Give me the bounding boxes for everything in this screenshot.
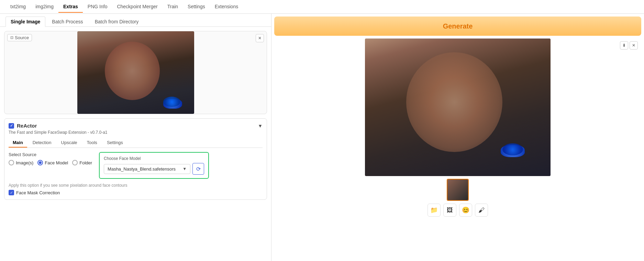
result-area: ⬇ ✕ 📁 🖼 😊 bbox=[271, 39, 644, 261]
reactor-enable-checkbox[interactable] bbox=[9, 123, 14, 129]
thumbnail-image bbox=[447, 180, 468, 200]
inner-tab-settings[interactable]: Settings bbox=[103, 138, 127, 148]
face-mask-hint: Apply this option if you see some pixela… bbox=[9, 183, 263, 188]
nav-settings[interactable]: Settings bbox=[183, 1, 210, 13]
reactor-collapse-chevron[interactable]: ▼ bbox=[258, 123, 263, 129]
image-upload-area[interactable]: ⊡ Source ✕ bbox=[4, 31, 267, 114]
close-result-button[interactable]: ✕ bbox=[630, 41, 638, 50]
save-image-button[interactable]: 🖼 bbox=[443, 204, 456, 217]
brush-tool-icon: 🖌 bbox=[478, 207, 485, 214]
face-model-box: Choose Face Model Masha_Nastya_Blend.saf… bbox=[99, 152, 209, 179]
face-model-select-row: Masha_Nastya_Blend.safetensors ▼ ⟳ bbox=[104, 163, 204, 175]
close-source-image-button[interactable]: ✕ bbox=[256, 34, 264, 42]
reactor-section: ReActor ▼ The Fast and Simple FaceSwap E… bbox=[4, 118, 267, 200]
tab-single-image[interactable]: Single Image bbox=[5, 17, 45, 27]
face-model-label: Choose Face Model bbox=[104, 156, 204, 161]
nav-train[interactable]: Train bbox=[163, 1, 183, 13]
source-image bbox=[77, 31, 194, 114]
result-actions: ⬇ ✕ bbox=[620, 41, 638, 50]
reactor-header: ReActor ▼ bbox=[9, 123, 263, 129]
radio-images[interactable]: Image(s) bbox=[9, 160, 33, 165]
radio-folder[interactable]: Folder bbox=[72, 160, 92, 165]
radio-circle-face-model bbox=[37, 160, 43, 165]
inner-tab-detection[interactable]: Detection bbox=[29, 138, 56, 148]
brush-tool-button[interactable]: 🖌 bbox=[475, 204, 488, 217]
bottom-toolbar: 📁 🖼 😊 🖌 bbox=[428, 204, 488, 219]
tab-batch-from-directory[interactable]: Batch from Directory bbox=[90, 17, 144, 26]
generate-button[interactable]: Generate bbox=[274, 17, 641, 36]
face-mask-checkbox[interactable] bbox=[9, 190, 14, 195]
nav-extensions[interactable]: Extensions bbox=[210, 1, 243, 13]
folder-open-button[interactable]: 📁 bbox=[428, 204, 441, 217]
sub-tabs: Single Image Batch Process Batch from Di… bbox=[0, 14, 271, 27]
nav-png-info[interactable]: PNG Info bbox=[83, 1, 112, 13]
thumbnail-strip bbox=[447, 179, 469, 201]
result-image-container: ⬇ ✕ bbox=[274, 39, 641, 176]
radio-group: Image(s) Face Model Folder bbox=[9, 160, 92, 165]
reactor-title: ReActor bbox=[9, 123, 37, 129]
reactor-subtitle: The Fast and Simple FaceSwap Extension -… bbox=[9, 130, 263, 135]
inner-tab-main[interactable]: Main bbox=[9, 138, 27, 148]
select-source-area: Select Source Image(s) Face Model Fol bbox=[9, 152, 263, 179]
inner-tab-tools[interactable]: Tools bbox=[83, 138, 101, 148]
nav-txt2img[interactable]: txt2img bbox=[5, 1, 31, 13]
radio-circle-images bbox=[9, 160, 14, 165]
face-mask-row: Apply this option if you see some pixela… bbox=[9, 183, 263, 195]
right-panel: Generate ⬇ ✕ bbox=[271, 14, 644, 261]
image-save-icon: 🖼 bbox=[447, 207, 453, 214]
radio-face-model[interactable]: Face Model bbox=[37, 160, 68, 165]
select-source-label: Select Source bbox=[9, 152, 92, 157]
nav-extras[interactable]: Extras bbox=[58, 1, 83, 13]
nav-checkpoint-merger[interactable]: Checkpoint Merger bbox=[112, 1, 162, 13]
dropdown-chevron-icon: ▼ bbox=[182, 166, 187, 171]
face-mask-check: Face Mask Correction bbox=[9, 190, 263, 195]
result-thumbnail[interactable] bbox=[447, 179, 469, 201]
left-panel: Single Image Batch Process Batch from Di… bbox=[0, 14, 271, 261]
tab-batch-process[interactable]: Batch Process bbox=[47, 17, 88, 26]
radio-circle-folder bbox=[72, 160, 78, 165]
select-source-left: Select Source Image(s) Face Model Fol bbox=[9, 152, 92, 165]
face-detect-icon: 😊 bbox=[462, 206, 469, 214]
face-model-dropdown[interactable]: Masha_Nastya_Blend.safetensors ▼ bbox=[104, 164, 190, 174]
main-layout: Single Image Batch Process Batch from Di… bbox=[0, 14, 644, 261]
nav-img2img[interactable]: img2img bbox=[31, 1, 58, 13]
inner-tabs: Main Detection Upscale Tools Settings bbox=[9, 138, 263, 148]
top-navigation: txt2img img2img Extras PNG Info Checkpoi… bbox=[0, 0, 644, 14]
image-icon-small: ⊡ bbox=[10, 35, 13, 40]
source-label: ⊡ Source bbox=[7, 34, 32, 41]
inner-tab-upscale[interactable]: Upscale bbox=[57, 138, 81, 148]
face-detect-button[interactable]: 😊 bbox=[459, 204, 472, 217]
download-result-button[interactable]: ⬇ bbox=[620, 41, 628, 50]
result-image bbox=[365, 39, 551, 176]
folder-open-icon: 📁 bbox=[430, 206, 438, 214]
face-model-refresh-button[interactable]: ⟳ bbox=[192, 163, 204, 175]
